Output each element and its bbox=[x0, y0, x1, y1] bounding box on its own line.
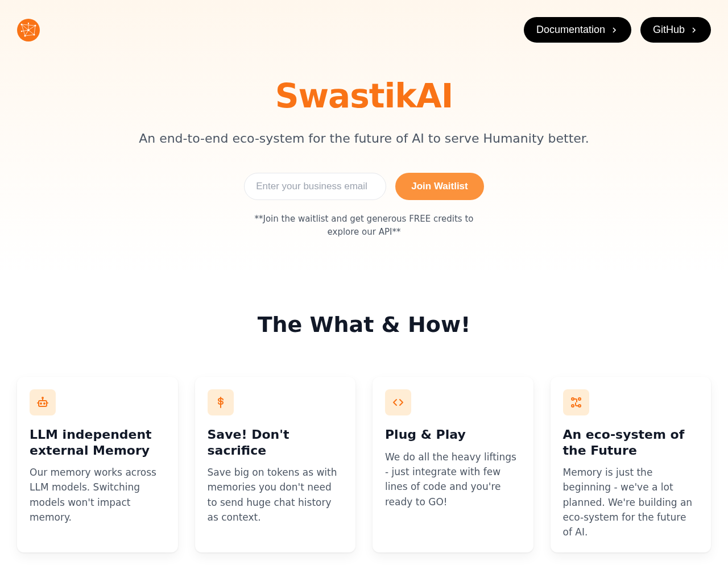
join-waitlist-button[interactable]: Join Waitlist bbox=[395, 173, 484, 200]
signup-form: Join Waitlist bbox=[131, 173, 597, 200]
features-section: The What & How! LLM independent external… bbox=[0, 272, 728, 575]
svg-point-16 bbox=[21, 30, 22, 31]
tagline: An end-to-end eco-system for the future … bbox=[131, 131, 597, 146]
svg-line-5 bbox=[34, 26, 35, 35]
network-icon bbox=[563, 389, 589, 415]
feature-desc: We do all the heavy liftings - just inte… bbox=[385, 450, 521, 509]
feature-desc: Save big on tokens as with memories you … bbox=[208, 465, 344, 525]
github-button[interactable]: GitHub bbox=[640, 17, 711, 43]
feature-cards: LLM independent external Memory Our memo… bbox=[17, 377, 711, 552]
code-icon bbox=[385, 389, 411, 415]
feature-title: Plug & Play bbox=[385, 427, 521, 443]
feature-card: Save! Don't sacrifice Save big on tokens… bbox=[195, 377, 356, 552]
svg-line-7 bbox=[25, 35, 34, 36]
dollar-icon bbox=[208, 389, 234, 415]
signup-note: **Join the waitlist and get generous FRE… bbox=[239, 213, 489, 238]
svg-line-3 bbox=[28, 30, 34, 35]
nav-actions: Documentation GitHub bbox=[524, 17, 711, 43]
svg-line-9 bbox=[22, 30, 28, 31]
page-title: SwastikAI bbox=[131, 77, 597, 115]
feature-card: Plug & Play We do all the heavy liftings… bbox=[373, 377, 533, 552]
svg-point-21 bbox=[44, 403, 45, 404]
svg-point-19 bbox=[42, 397, 43, 398]
feature-title: An eco-system of the Future bbox=[563, 427, 699, 458]
svg-point-10 bbox=[21, 23, 23, 25]
svg-point-20 bbox=[40, 403, 42, 404]
documentation-button[interactable]: Documentation bbox=[524, 17, 631, 43]
section-title: The What & How! bbox=[17, 312, 711, 337]
svg-point-15 bbox=[28, 22, 29, 23]
chevron-right-icon bbox=[689, 26, 698, 35]
svg-point-11 bbox=[27, 29, 30, 31]
top-nav: Documentation GitHub bbox=[17, 0, 711, 54]
feature-card: An eco-system of the Future Memory is ju… bbox=[551, 377, 712, 552]
feature-title: Save! Don't sacrifice bbox=[208, 427, 344, 458]
chevron-right-icon bbox=[610, 26, 619, 35]
bot-icon bbox=[30, 389, 56, 415]
svg-point-27 bbox=[572, 405, 574, 407]
documentation-label: Documentation bbox=[536, 24, 605, 36]
svg-point-14 bbox=[34, 34, 35, 35]
github-label: GitHub bbox=[653, 24, 685, 36]
hero-section: Documentation GitHub SwastikAI An end-to… bbox=[0, 0, 728, 272]
svg-point-12 bbox=[35, 24, 36, 26]
feature-title: LLM independent external Memory bbox=[30, 427, 166, 458]
svg-line-1 bbox=[28, 26, 35, 30]
email-input[interactable] bbox=[244, 173, 386, 200]
svg-point-13 bbox=[24, 35, 26, 36]
brand-logo[interactable] bbox=[17, 19, 40, 41]
feature-desc: Our memory works across LLM models. Swit… bbox=[30, 465, 166, 525]
feature-desc: Memory is just the beginning - we've a l… bbox=[563, 465, 699, 540]
brain-network-icon bbox=[17, 19, 40, 41]
svg-point-26 bbox=[578, 398, 581, 400]
feature-card: LLM independent external Memory Our memo… bbox=[17, 377, 178, 552]
hero-content: SwastikAI An end-to-end eco-system for t… bbox=[131, 77, 597, 238]
